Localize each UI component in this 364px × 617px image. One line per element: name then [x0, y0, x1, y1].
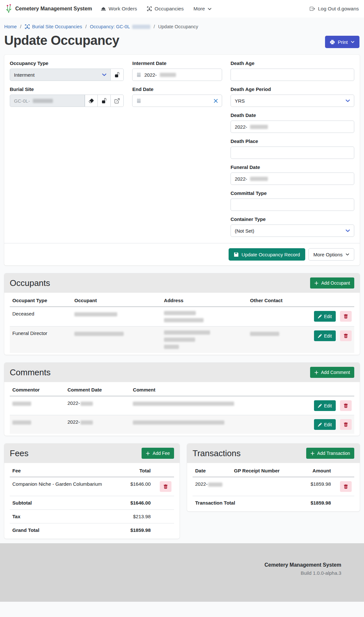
print-button[interactable]: Print — [325, 36, 359, 48]
hard-hat-icon — [101, 6, 106, 12]
logout-button[interactable]: Log Out d.gowans — [310, 6, 359, 12]
container-type-field: Container Type (Not Set) — [231, 216, 354, 237]
burial-site-open-link-button[interactable] — [111, 95, 124, 107]
more-options-label: More Options — [313, 252, 343, 257]
comments-body: Commentor Comment Date Comment 2022- — [4, 382, 360, 436]
transactions-body: Date GP Receipt Number Amount 2022- $185… — [187, 463, 360, 511]
eraser-icon — [89, 98, 94, 103]
column-header: Comment Date — [65, 382, 131, 396]
occupancy-type-select[interactable]: Interment — [10, 69, 111, 81]
funeral-date-input[interactable]: 2022- — [231, 173, 354, 185]
redacted-text — [12, 402, 31, 406]
tax-label: Tax — [10, 510, 118, 523]
breadcrumb: Home / Burial Site Occupancies / Occupan… — [0, 18, 364, 29]
update-occupancy-record-button[interactable]: Update Occupancy Record — [229, 248, 305, 261]
brand-title: Cemetery Management System — [15, 6, 92, 12]
interment-date-input[interactable]: 2022- — [132, 69, 222, 81]
actions-cell: Edit — [306, 415, 354, 434]
redacted-text — [164, 330, 210, 335]
column-header: Comment — [130, 382, 306, 396]
chevron-down-icon — [351, 40, 355, 44]
death-date-label: Death Date — [231, 112, 354, 118]
nav-item-more[interactable]: More — [194, 6, 212, 12]
death-age-label: Death Age — [231, 60, 354, 66]
plus-icon — [314, 370, 319, 375]
occupancy-type-label: Occupancy Type — [10, 60, 124, 66]
delete-occupant-button[interactable] — [340, 311, 352, 322]
delete-comment-button[interactable] — [340, 400, 352, 411]
bottom-row: Fees Add Fee Fee Total — [4, 443, 360, 539]
pencil-icon — [318, 315, 322, 318]
end-date-input[interactable] — [132, 95, 222, 107]
burial-site-field: Burial Site GC-0L- — [10, 86, 124, 107]
commentor-cell — [10, 396, 65, 415]
fees-title: Fees — [10, 448, 29, 458]
chevron-down-icon — [345, 252, 349, 256]
edit-comment-button[interactable]: Edit — [314, 419, 336, 430]
redacted-text — [74, 332, 124, 336]
breadcrumb-current: Update Occupancy — [158, 24, 198, 29]
breadcrumb-label: Occupancy: GC-0L — [90, 24, 130, 29]
interment-date-field: Interment Date 2022- — [132, 60, 222, 81]
column-header — [306, 293, 354, 307]
death-age-field: Death Age — [231, 60, 354, 81]
other-contact-cell — [247, 307, 306, 327]
add-transaction-button[interactable]: Add Transaction — [306, 448, 354, 459]
breadcrumb-separator: / — [85, 24, 87, 29]
breadcrumb-home[interactable]: Home — [4, 24, 17, 29]
fees-body: Fee Total Companion Niche - Garden Colum… — [4, 463, 180, 539]
trash-icon — [163, 484, 168, 489]
occupancy-type-unlock-button[interactable] — [111, 69, 124, 81]
occupancy-frame-icon — [25, 24, 30, 29]
occupants-table: Occupant Type Occupant Address Other Con… — [10, 293, 354, 353]
death-age-input[interactable] — [231, 69, 354, 81]
grand-total-label: Grand Total — [10, 523, 118, 537]
transaction-date-cell: 2022- — [193, 477, 232, 496]
nav-item-label: More — [194, 6, 205, 12]
transaction-total-row: Transaction Total $1859.98 — [193, 496, 354, 510]
burial-site-input[interactable]: GC-0L- — [10, 95, 85, 107]
delete-comment-button[interactable] — [340, 419, 352, 430]
trash-icon — [344, 334, 348, 338]
comment-date-prefix: 2022- — [68, 419, 80, 425]
nav-items: Work Orders Occupancies More — [101, 6, 212, 12]
death-place-label: Death Place — [231, 138, 354, 144]
delete-transaction-button[interactable] — [340, 481, 352, 492]
edit-occupant-button[interactable]: Edit — [314, 311, 336, 322]
nav-item-work-orders[interactable]: Work Orders — [101, 6, 137, 12]
add-fee-button[interactable]: Add Fee — [142, 448, 174, 459]
death-place-input[interactable] — [231, 147, 354, 159]
breadcrumb-occupancy[interactable]: Occupancy: GC-0L — [90, 24, 150, 29]
more-options-button[interactable]: More Options — [308, 248, 354, 261]
container-type-select[interactable]: (Not Set) — [231, 225, 354, 237]
edit-label: Edit — [324, 314, 332, 319]
subtotal-label: Subtotal — [10, 496, 118, 510]
add-comment-button[interactable]: Add Comment — [310, 367, 354, 378]
burial-site-label: Burial Site — [10, 86, 124, 92]
clear-x-icon[interactable] — [214, 99, 218, 103]
edit-comment-button[interactable]: Edit — [314, 400, 336, 411]
comment-cell — [130, 415, 306, 434]
page-footer: Cemetery Management System Build 1.0.0-a… — [0, 543, 364, 602]
committal-type-input[interactable] — [231, 199, 354, 211]
add-occupant-label: Add Occupant — [321, 280, 350, 286]
edit-occupant-button[interactable]: Edit — [314, 330, 336, 341]
breadcrumb-burial-site-occupancies[interactable]: Burial Site Occupancies — [25, 24, 82, 29]
add-occupant-button[interactable]: Add Occupant — [310, 277, 354, 289]
nav-item-label: Work Orders — [109, 6, 137, 12]
calendar-icon — [136, 72, 141, 77]
update-occupancy-record-label: Update Occupancy Record — [242, 252, 300, 257]
end-date-label: End Date — [132, 86, 222, 92]
edit-label: Edit — [324, 333, 332, 339]
subtotal-row: Subtotal $1646.00 — [10, 496, 174, 510]
burial-site-clear-button[interactable] — [85, 95, 98, 107]
transaction-date-prefix: 2022- — [195, 481, 207, 487]
nav-item-occupancies[interactable]: Occupancies — [147, 6, 184, 12]
death-age-period-select[interactable]: YRS — [231, 95, 354, 107]
save-icon — [234, 252, 239, 257]
delete-occupant-button[interactable] — [340, 330, 352, 341]
navbar-brand[interactable]: Cemetery Management System — [5, 4, 92, 14]
death-date-input[interactable]: 2022- — [231, 121, 354, 133]
delete-fee-button[interactable] — [160, 481, 171, 492]
burial-site-unlock-button[interactable] — [98, 95, 111, 107]
